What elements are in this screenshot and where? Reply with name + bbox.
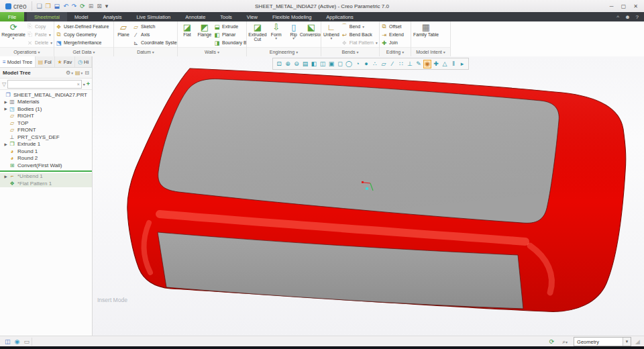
axis-button[interactable]: ⁄Axis	[133, 31, 178, 38]
tab-flexible-modeling[interactable]: Flexible Modeling	[265, 12, 319, 21]
pause-icon[interactable]: ‖	[449, 60, 458, 68]
delete-button[interactable]: ✕Delete▾	[27, 39, 52, 46]
maximize-button[interactable]: ▢	[618, 2, 629, 11]
fullscreen-icon[interactable]: ▭	[23, 338, 30, 345]
form-button[interactable]: ⇩Form▾	[268, 23, 284, 40]
merge-inheritance-button[interactable]: ⬔Merge/Inheritance	[56, 39, 109, 46]
ribbon-group-label[interactable]: Model Intent	[411, 47, 450, 56]
plane-display-icon[interactable]: ▱	[380, 60, 388, 68]
tree-item-extrude-1[interactable]: ▶❒Extrude 1	[0, 141, 92, 148]
flat-pattern-button[interactable]: ❖Flat Pattern▾	[341, 39, 378, 46]
regenerate-button[interactable]: ⟳Regenerate▾	[1, 23, 25, 40]
navigator-tab-fav[interactable]: ★Fav	[55, 56, 75, 67]
combo-dropdown-button[interactable]: ▼	[623, 338, 631, 346]
axis-display-icon[interactable]: ∕	[388, 60, 396, 68]
tab-model[interactable]: Model	[67, 12, 95, 21]
flange-button[interactable]: ◩Flange	[197, 23, 213, 37]
tree-item-bodies-1[interactable]: ▶◳Bodies (1)	[0, 105, 92, 113]
tab-file[interactable]: File	[0, 12, 24, 21]
user-defined-feature-button[interactable]: ❖User-Defined Feature	[56, 23, 109, 30]
tab-live-simulation[interactable]: Live Simulation	[129, 12, 178, 21]
ribbon-group-label[interactable]: Datum	[114, 47, 177, 56]
tree-item-round-1[interactable]: ◕Round 1	[0, 148, 92, 155]
close-button[interactable]: ✕	[630, 2, 641, 11]
add-filter-icon[interactable]: +	[87, 81, 90, 87]
resume-icon[interactable]: ▸	[458, 60, 466, 68]
expand-arrow-icon[interactable]: ▶	[3, 142, 9, 146]
repaint-icon[interactable]: ▤	[301, 60, 309, 68]
tree-filter-icon[interactable]: ⚙	[66, 70, 70, 76]
shade-box-icon[interactable]: ◧	[310, 60, 318, 68]
graphics-viewport[interactable]: ⊡⊕⊖▤◧◫▣◻◯◔●∴▱∕∷⊥✎◉✚△‖▸ Insert Mode	[93, 56, 644, 336]
datum-display-icon[interactable]: ∴	[371, 60, 379, 68]
refit-icon[interactable]: ⊡	[275, 60, 283, 68]
save-icon[interactable]: ⬓	[54, 3, 60, 9]
caret-icon[interactable]: ▾	[83, 82, 85, 87]
join-button[interactable]: ✚Join	[381, 39, 404, 46]
tab-analysis[interactable]: Analysis	[95, 12, 129, 21]
tree-item-right[interactable]: ▱RIGHT	[0, 113, 92, 120]
sketch-button[interactable]: ▱Sketch	[133, 23, 178, 30]
family-table-button[interactable]: ▦Family Table	[413, 23, 439, 37]
unbend-button[interactable]: ∟Unbend▾	[323, 23, 340, 40]
navigator-tab-fol[interactable]: ▤Fol	[36, 56, 55, 67]
bend-back-button[interactable]: ↩Bend Back	[341, 31, 378, 38]
tree-doc-icon[interactable]: ▤	[75, 70, 80, 76]
clear-icon[interactable]: ×	[77, 82, 81, 87]
tab-applications[interactable]: Applications	[319, 12, 360, 21]
3d-model[interactable]	[93, 56, 643, 334]
planar-button[interactable]: ◧Planar	[214, 31, 247, 38]
search-icon[interactable]: ⌕▾	[562, 338, 568, 346]
expand-arrow-icon[interactable]: ▶	[3, 100, 9, 104]
plane-button[interactable]: ▱Plane	[115, 23, 131, 37]
tab-annotate[interactable]: Annotate	[178, 12, 213, 21]
collapse-ribbon-icon[interactable]: ^	[616, 14, 619, 20]
new-file-icon[interactable]: ❑	[36, 3, 42, 9]
tab-tools[interactable]: Tools	[213, 12, 239, 21]
navigator-tab-hi[interactable]: ◷Hi	[75, 56, 92, 67]
spin-center-icon[interactable]: ◉	[423, 60, 431, 68]
view-manager-icon[interactable]: ▣	[327, 60, 335, 68]
zoom-out-icon[interactable]: ⊖	[292, 60, 301, 68]
tree-search-input[interactable]	[8, 81, 76, 87]
browser-toggle-icon[interactable]: ◉	[15, 338, 20, 345]
extruded-cut-button[interactable]: ◪Extruded Cut	[248, 23, 267, 42]
appearance-icon[interactable]: ●	[362, 60, 370, 68]
copy-geometry-button[interactable]: ⧉Copy Geometry	[56, 31, 109, 38]
tree-item-sheet-metal-india27-prt[interactable]: ❐SHEET_METAL_INDIA27.PRT	[0, 91, 92, 99]
redo-icon[interactable]: ↷	[72, 3, 77, 9]
ribbon-group-label[interactable]: Engineering	[247, 47, 321, 56]
undo-icon[interactable]: ↶	[63, 3, 68, 9]
zoom-in-icon[interactable]: ⊕	[284, 60, 292, 68]
tree-item-unbend-1[interactable]: ▶⌐*Unbend 1	[0, 173, 92, 181]
boundary-blend-button[interactable]: ◨Boundary Blend	[214, 39, 247, 46]
csys-display-icon[interactable]: ⊥	[406, 60, 414, 68]
options-icon[interactable]: ▾	[105, 3, 109, 9]
selection-filter-combo[interactable]: Geometry ▼	[574, 337, 631, 346]
ribbon-group-label[interactable]: Operations	[0, 47, 54, 56]
ribbon-group-label[interactable]: Bends	[321, 47, 379, 56]
expand-arrow-icon[interactable]: ▶	[3, 174, 9, 179]
ribbon-group-label[interactable]: Walls	[178, 47, 246, 56]
window-switch-icon[interactable]: ⊞	[89, 3, 94, 9]
ribbon-group-label[interactable]: Get Data	[54, 47, 113, 56]
tree-item-round-2[interactable]: ◕Round 2	[0, 155, 92, 162]
extrude-button[interactable]: ⬓Extrude	[214, 23, 247, 30]
tree-item-front[interactable]: ▱FRONT	[0, 127, 92, 134]
dragger-icon[interactable]: ✚	[432, 60, 440, 68]
tab-view[interactable]: View	[239, 12, 265, 21]
user-icon[interactable]: ☻	[625, 14, 630, 20]
tree-item-flat-pattern-1[interactable]: ❖*Flat Pattern 1	[0, 180, 92, 187]
flat-button[interactable]: ◪Flat	[179, 23, 195, 37]
minimize-button[interactable]: ─	[606, 2, 617, 11]
coordinate-system-button[interactable]: ⊾Coordinate System	[133, 39, 178, 46]
help-icon[interactable]: ?	[636, 14, 639, 20]
offset-button[interactable]: ⧉Offset	[381, 23, 404, 30]
tree-item-prt-csys-def[interactable]: ⊥PRT_CSYS_DEF	[0, 134, 92, 141]
tree-item-top[interactable]: ▱TOP	[0, 119, 92, 127]
nav-toggle-icon[interactable]: ◫	[5, 338, 11, 345]
copy-button[interactable]: ⎘Copy	[27, 23, 52, 30]
paste-button[interactable]: ⎗Paste▾	[27, 31, 52, 38]
conversion-button[interactable]: ⬕Conversion	[303, 23, 319, 37]
tree-item-materials[interactable]: ▶▥Materials	[0, 99, 92, 106]
